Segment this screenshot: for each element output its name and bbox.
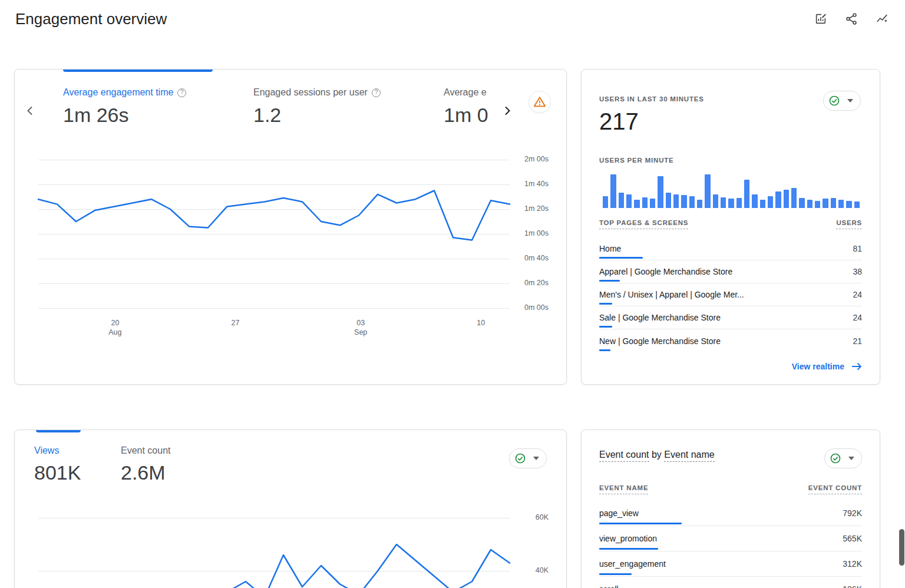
insights-icon[interactable]	[873, 10, 891, 28]
header-actions	[812, 10, 891, 28]
event-name-header[interactable]: EVENT NAME	[599, 484, 648, 494]
metric-tab-engaged-sessions-per-user[interactable]: Engaged sessions per user?1.2	[253, 87, 444, 144]
metric-tab-label: Engaged sessions per user?	[253, 87, 444, 98]
row-label: Apparel | Google Merchandise Store	[599, 267, 732, 276]
metric-tab-value: 1.2	[253, 104, 444, 127]
minute-bar	[650, 199, 655, 208]
row-value: 24	[853, 290, 862, 299]
metric-tab-average-engagement-time[interactable]: Average engagement time?1m 26s	[63, 87, 253, 144]
table-row[interactable]: scroll186K	[599, 577, 862, 588]
table-row[interactable]: view_promotion565K	[599, 526, 862, 551]
metric-tab-average-e[interactable]: Average e1m 0	[444, 87, 500, 144]
row-value: 81	[853, 244, 862, 253]
row-bar	[599, 280, 620, 282]
row-bar	[599, 573, 632, 575]
share-icon[interactable]	[843, 10, 860, 28]
row-label: scroll	[599, 584, 619, 588]
realtime-card: USERS IN LAST 30 MINUTES 217 USERS PER M…	[581, 69, 880, 385]
table-row[interactable]: Men's / Unisex | Apparel | Google Mer...…	[599, 283, 862, 306]
minute-bar	[760, 200, 765, 208]
users-header[interactable]: USERS	[836, 219, 862, 229]
table-row[interactable]: Sale | Google Merchandise Store24	[599, 306, 862, 329]
metric-tab-value: 1m 0	[444, 104, 500, 127]
row-bar	[599, 548, 658, 550]
minute-bar	[784, 190, 789, 208]
line-series	[15, 495, 567, 588]
view-realtime-link[interactable]: View realtime	[792, 362, 862, 371]
customize-report-icon[interactable]	[812, 10, 830, 28]
metric-selector[interactable]: Event count	[599, 450, 649, 462]
chart-tab-value: 2.6M	[121, 461, 207, 484]
view-realtime-label: View realtime	[792, 362, 844, 371]
check-circle-icon	[830, 452, 841, 464]
minute-bar	[799, 198, 804, 208]
minute-bar	[854, 201, 860, 208]
row-label: Sale | Google Merchandise Store	[599, 313, 721, 322]
chevron-down-icon	[847, 99, 853, 103]
minute-bar	[610, 174, 616, 208]
check-circle-icon	[828, 95, 840, 107]
event-count-header[interactable]: EVENT COUNT	[808, 484, 862, 494]
check-circle-icon	[514, 452, 526, 464]
events-status-dropdown[interactable]	[824, 448, 862, 468]
row-bar	[599, 349, 610, 351]
minute-bar	[721, 197, 726, 208]
data-quality-warning-icon[interactable]	[529, 91, 551, 113]
selected-tab-indicator	[63, 70, 213, 72]
row-value: 312K	[843, 559, 862, 569]
page-header: Engagement overview	[0, 0, 905, 38]
table-row[interactable]: New | Google Merchandise Store21	[599, 329, 862, 352]
events-card-title: Event count by Event name	[599, 450, 715, 460]
metrics-next-button[interactable]	[499, 103, 516, 119]
realtime-table-header: TOP PAGES & SCREENS USERS	[599, 219, 862, 229]
table-row[interactable]: Apparel | Google Merchandise Store38	[599, 260, 862, 283]
minute-bar	[705, 174, 710, 208]
row-bar	[599, 303, 612, 305]
minute-bar	[807, 200, 812, 208]
row-value: 24	[853, 313, 862, 322]
table-row[interactable]: user_engagement312K	[599, 551, 862, 577]
views-line-chart: 60K40K	[15, 495, 566, 588]
page-title: Engagement overview	[15, 10, 167, 28]
row-value: 792K	[843, 508, 862, 518]
row-label: Men's / Unisex | Apparel | Google Mer...	[599, 290, 744, 299]
users-per-minute-title: USERS PER MINUTE	[599, 157, 674, 164]
minute-bar	[823, 199, 828, 208]
row-bar	[599, 523, 682, 524]
views-chart-card: Views801KEvent count2.6M 60K40K	[14, 430, 567, 588]
metrics-prev-button[interactable]	[22, 103, 38, 119]
chart-tab-label: Event count	[121, 445, 207, 456]
table-row[interactable]: page_view792K	[599, 501, 862, 526]
realtime-users-title: USERS IN LAST 30 MINUTES	[599, 95, 704, 103]
row-label: Home	[599, 244, 621, 253]
minute-bar	[768, 196, 773, 208]
dimension-selector[interactable]: Event name	[664, 450, 714, 462]
views-status-dropdown[interactable]	[509, 448, 547, 468]
events-table-header: EVENT NAME EVENT COUNT	[599, 484, 862, 494]
realtime-users-count: 217	[599, 108, 639, 135]
metric-tab-value: 1m 26s	[63, 104, 253, 127]
realtime-status-dropdown[interactable]	[823, 91, 861, 111]
minute-bar	[736, 198, 742, 208]
chevron-down-icon	[848, 457, 854, 460]
minute-bar	[603, 196, 608, 208]
row-label: New | Google Merchandise Store	[599, 336, 721, 346]
minute-bar	[752, 194, 757, 208]
chart-tab-views[interactable]: Views801K	[34, 445, 121, 484]
minute-bar	[642, 197, 648, 208]
chart-tab-event-count[interactable]: Event count2.6M	[121, 445, 207, 484]
minute-bar	[697, 200, 702, 208]
scrollbar-thumb[interactable]	[899, 529, 904, 566]
metric-tabs: Average engagement time?1m 26sEngaged se…	[63, 87, 500, 144]
minute-bar	[775, 191, 781, 209]
table-row[interactable]: Home81	[599, 237, 862, 260]
minute-bar	[634, 200, 639, 208]
minute-bar	[744, 180, 749, 208]
row-value: 21	[853, 336, 862, 346]
events-table-card: Event count by Event name EVENT NAME EVE…	[581, 430, 880, 588]
minute-bar	[815, 201, 820, 209]
top-pages-header[interactable]: TOP PAGES & SCREENS	[599, 219, 688, 229]
row-bar	[599, 326, 612, 328]
minute-bar	[658, 176, 663, 208]
users-per-minute-chart	[603, 174, 860, 208]
